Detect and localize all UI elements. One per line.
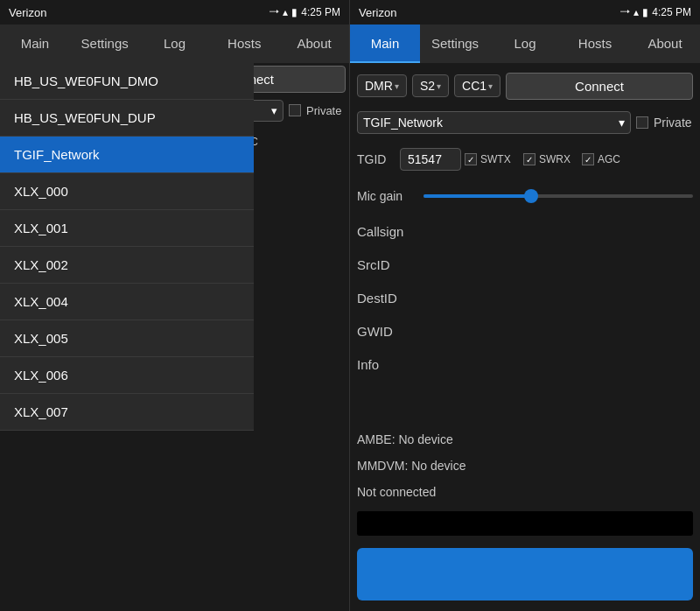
- tab-main-right[interactable]: Main: [350, 25, 420, 63]
- tgid-label-right: TGID: [357, 152, 396, 166]
- info-row-field: Info: [357, 350, 693, 378]
- battery-icon: ▮: [291, 6, 298, 18]
- dropdown-item-2[interactable]: TGIF_Network: [0, 137, 254, 173]
- swrx-label-right: SWRX: [539, 153, 578, 165]
- right-panel: Verizon ⭢ ▴ ▮ 4:25 PM Main Settings Log …: [350, 0, 700, 611]
- info-label: Info: [357, 357, 427, 372]
- network-arrow-right-icon: ▾: [619, 116, 625, 130]
- tab-log-right[interactable]: Log: [490, 25, 560, 63]
- swtx-label-right: SWTX: [480, 153, 520, 165]
- dropdown-item-1[interactable]: HB_US_WE0FUN_DUP: [0, 100, 254, 137]
- progress-bar: [357, 511, 693, 536]
- gwid-row: GWID: [357, 317, 693, 345]
- tab-hosts-right[interactable]: Hosts: [560, 25, 630, 63]
- dmr-arrow-icon: ▾: [395, 81, 399, 91]
- callsign-label: Callsign: [357, 224, 427, 239]
- bluetooth-icon: ⭢: [269, 6, 279, 18]
- row-mic-gain: Mic gain: [357, 180, 693, 212]
- tab-log-left[interactable]: Log: [140, 25, 210, 63]
- network-value: TGIF_Network: [363, 116, 443, 130]
- dropdown-item-3[interactable]: XLX_000: [0, 173, 254, 210]
- right-time: 4:25 PM: [652, 6, 691, 18]
- slider-fill: [424, 194, 531, 198]
- swrx-check-right[interactable]: ✓: [523, 153, 536, 165]
- right-bluetooth-icon: ⭢: [620, 6, 630, 18]
- tab-settings-left[interactable]: Settings: [70, 25, 140, 63]
- callsign-row: Callsign: [357, 217, 693, 245]
- dropdown-item-4[interactable]: XLX_001: [0, 210, 254, 247]
- dropdown-item-5[interactable]: XLX_002: [0, 247, 254, 284]
- right-wifi-icon: ▴: [634, 6, 639, 18]
- row-tgid: TGID 51547 ✓ SWTX ✓ SWRX ✓ AGC: [357, 144, 693, 175]
- tgid-input-right[interactable]: 51547: [400, 148, 461, 171]
- left-tab-bar: Main Settings Log Hosts About: [0, 25, 349, 63]
- row-mode: DMR ▾ S2 ▾ CC1 ▾ Connect: [357, 70, 693, 102]
- dropdown-item-6[interactable]: XLX_004: [0, 284, 254, 320]
- srcid-row: SrcID: [357, 250, 693, 278]
- wifi-icon: ▴: [283, 6, 288, 18]
- private-checkbox-left[interactable]: [289, 104, 301, 116]
- dropdown-item-7[interactable]: XLX_005: [0, 320, 254, 357]
- network-arrow-icon: ▾: [271, 104, 277, 117]
- slider-thumb[interactable]: [524, 189, 538, 203]
- mic-gain-slider[interactable]: [424, 194, 693, 198]
- mmdvm-status: MMDVM: No device: [357, 455, 693, 476]
- right-carrier: Verizon: [359, 6, 396, 19]
- dropdown-item-9[interactable]: XLX_007: [0, 394, 254, 431]
- network-dropdown: HB_US_WE0FUN_DMO HB_US_WE0FUN_DUP TGIF_N…: [0, 63, 254, 431]
- connect-button-right[interactable]: Connect: [506, 73, 693, 100]
- agc-check-right[interactable]: ✓: [582, 153, 594, 165]
- right-status-bar: Verizon ⭢ ▴ ▮ 4:25 PM: [350, 0, 700, 25]
- right-tab-bar: Main Settings Log Hosts About: [350, 25, 700, 63]
- left-time: 4:25 PM: [301, 6, 340, 18]
- audio-area: [357, 548, 693, 600]
- row-network: TGIF_Network ▾ Private: [357, 107, 693, 138]
- tab-settings-right[interactable]: Settings: [420, 25, 490, 63]
- tab-main-left[interactable]: Main: [0, 25, 70, 63]
- destid-row: DestID: [357, 284, 693, 312]
- left-panel: Verizon ⭢ ▴ ▮ 4:25 PM Main Settings Log …: [0, 0, 350, 611]
- cc1-right-arrow-icon: ▾: [488, 81, 493, 91]
- right-battery-icon: ▮: [642, 6, 648, 18]
- slider-track: [424, 194, 693, 198]
- srcid-label: SrcID: [357, 257, 427, 272]
- s2-right-arrow-icon: ▾: [437, 81, 441, 91]
- network-select-right[interactable]: TGIF_Network ▾: [357, 111, 631, 134]
- dropdown-item-0[interactable]: HB_US_WE0FUN_DMO: [0, 63, 254, 100]
- tab-about-right[interactable]: About: [630, 25, 700, 63]
- left-status-icons: ⭢ ▴ ▮ 4:25 PM: [269, 6, 340, 18]
- tab-about-left[interactable]: About: [279, 25, 349, 63]
- private-label-left: Private: [306, 104, 346, 117]
- private-label-right: Private: [654, 116, 693, 130]
- swtx-check-right[interactable]: ✓: [465, 153, 477, 165]
- dmr-mode-btn[interactable]: DMR ▾: [357, 74, 407, 97]
- s2-btn-right[interactable]: S2 ▾: [412, 74, 449, 97]
- agc-label-right: AGC: [598, 153, 637, 165]
- cc1-btn-right[interactable]: CC1 ▾: [454, 74, 500, 97]
- spacer: [357, 383, 693, 424]
- tab-hosts-left[interactable]: Hosts: [209, 25, 279, 63]
- left-status-bar: Verizon ⭢ ▴ ▮ 4:25 PM: [0, 0, 349, 25]
- right-status-icons: ⭢ ▴ ▮ 4:25 PM: [620, 6, 691, 18]
- dropdown-item-8[interactable]: XLX_006: [0, 357, 254, 394]
- ambe-status: AMBE: No device: [357, 429, 693, 450]
- private-checkbox-right[interactable]: [636, 116, 648, 129]
- mic-gain-label: Mic gain: [357, 189, 418, 203]
- gwid-label: GWID: [357, 324, 427, 339]
- destid-label: DestID: [357, 291, 427, 306]
- connection-status: Not connected: [357, 481, 693, 502]
- right-content: DMR ▾ S2 ▾ CC1 ▾ Connect TGIF_Network ▾ …: [350, 63, 700, 611]
- left-carrier: Verizon: [9, 6, 46, 19]
